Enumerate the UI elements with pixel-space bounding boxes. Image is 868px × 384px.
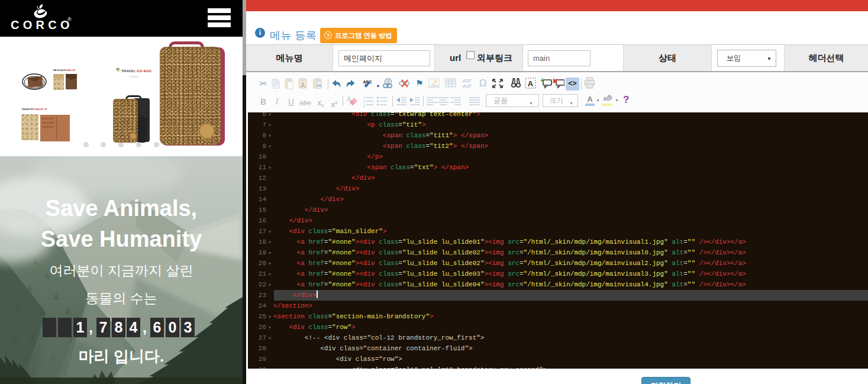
svg-text:2: 2 xyxy=(363,100,366,104)
svg-text:1: 1 xyxy=(363,96,366,99)
svg-text:A: A xyxy=(528,79,534,88)
svg-text:A: A xyxy=(301,82,305,89)
svg-text:✖: ✖ xyxy=(552,78,557,85)
svg-text:3: 3 xyxy=(363,104,366,108)
svg-text:+: + xyxy=(540,78,544,83)
svg-text:W: W xyxy=(317,83,321,88)
svg-text:A: A xyxy=(463,78,466,83)
svg-text:A: A xyxy=(463,83,466,89)
